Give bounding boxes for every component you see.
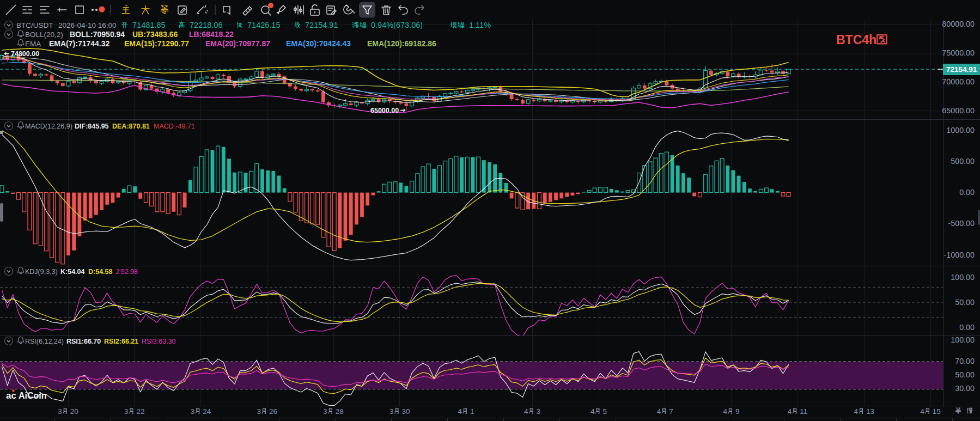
svg-text:MACD(12,26,9): MACD(12,26,9) [25, 123, 72, 130]
svg-text:80000.00: 80000.00 [942, 20, 975, 28]
svg-text:4: 4 [723, 407, 728, 416]
svg-text:72218.06: 72218.06 [190, 21, 222, 29]
svg-text:13: 13 [866, 407, 874, 416]
svg-text:1.11%: 1.11% [469, 21, 491, 29]
svg-text:3: 3 [389, 407, 394, 416]
svg-text:EMA(20):70977.87: EMA(20):70977.87 [205, 39, 270, 48]
svg-text:3: 3 [191, 407, 195, 416]
svg-text:4: 4 [854, 407, 859, 416]
svg-text:BOLL(20,2): BOLL(20,2) [25, 30, 63, 39]
svg-text:1000.00: 1000.00 [946, 126, 975, 135]
svg-text:BTC4h: BTC4h [836, 33, 876, 47]
svg-text:24: 24 [203, 407, 211, 416]
svg-text:BTC/USDT: BTC/USDT [16, 21, 53, 29]
svg-text:4: 4 [788, 407, 792, 416]
svg-text:3: 3 [124, 407, 129, 416]
svg-text:DIF:845.95: DIF:845.95 [75, 123, 109, 130]
svg-text:1: 1 [470, 407, 474, 416]
svg-text:9: 9 [735, 407, 740, 416]
svg-text:DEA:870.81: DEA:870.81 [112, 123, 150, 130]
svg-text:EMA(120):69182.86: EMA(120):69182.86 [367, 39, 436, 48]
svg-text:RSI(6,12,24): RSI(6,12,24) [25, 338, 64, 345]
svg-text:71481.85: 71481.85 [132, 21, 165, 29]
svg-text:71426.15: 71426.15 [247, 21, 280, 29]
svg-text:5: 5 [602, 407, 607, 416]
svg-text:22: 22 [137, 407, 145, 416]
svg-text:UB:73483.66: UB:73483.66 [132, 30, 178, 39]
svg-text:RSI2:66.21: RSI2:66.21 [104, 338, 138, 345]
svg-text:65000.00: 65000.00 [370, 107, 399, 114]
svg-text:3: 3 [58, 407, 62, 416]
svg-text:3: 3 [257, 407, 261, 416]
svg-text:4: 4 [657, 407, 661, 416]
svg-text:AiCoin: AiCoin [19, 391, 47, 400]
svg-text:65000.00: 65000.00 [942, 106, 975, 115]
svg-text:500.00: 500.00 [951, 157, 975, 166]
svg-text:30.00: 30.00 [955, 384, 975, 393]
svg-text:EMA(30):70424.43: EMA(30):70424.43 [286, 39, 351, 48]
svg-text:4: 4 [591, 407, 595, 416]
svg-text:4: 4 [458, 407, 462, 416]
svg-text:0.94%(673.06): 0.94%(673.06) [371, 21, 423, 29]
svg-text:100.00: 100.00 [951, 273, 975, 282]
svg-text:-1000.00: -1000.00 [944, 251, 975, 259]
svg-text:28: 28 [336, 407, 344, 416]
svg-text:EMA: EMA [25, 40, 41, 48]
svg-text:0.00: 0.00 [959, 188, 975, 197]
svg-text:0.00: 0.00 [959, 323, 975, 332]
svg-text:100.00: 100.00 [951, 335, 975, 344]
svg-text:J:52.98: J:52.98 [115, 268, 138, 276]
svg-text:26: 26 [269, 407, 277, 416]
svg-text:74800.00: 74800.00 [11, 50, 39, 58]
svg-text:30: 30 [402, 407, 410, 416]
svg-text:KDJ(9,3,3): KDJ(9,3,3) [25, 268, 58, 276]
svg-text:LB:68418.22: LB:68418.22 [189, 30, 234, 39]
svg-text:K:54.04: K:54.04 [60, 268, 85, 276]
svg-text:75000.00: 75000.00 [942, 48, 975, 57]
svg-text:ac: ac [6, 391, 16, 401]
svg-text:EMA(7):71744.32: EMA(7):71744.32 [49, 39, 109, 48]
svg-text:MACD:-49.71: MACD:-49.71 [154, 123, 195, 130]
svg-text:RSI3:63.30: RSI3:63.30 [142, 338, 176, 345]
svg-text:11: 11 [800, 407, 807, 416]
svg-text:15: 15 [933, 407, 941, 416]
svg-text:70000.00: 70000.00 [942, 77, 975, 86]
svg-text:2026-04-10 16:00: 2026-04-10 16:00 [58, 21, 117, 29]
svg-text:BOLL:70950.94: BOLL:70950.94 [70, 30, 125, 39]
svg-text:72154.91: 72154.91 [946, 65, 977, 74]
svg-text:7: 7 [669, 407, 673, 416]
svg-text:4: 4 [920, 407, 924, 416]
svg-text:50.00: 50.00 [955, 370, 975, 379]
svg-text:70.00: 70.00 [955, 357, 975, 365]
svg-text:3: 3 [323, 407, 327, 416]
svg-text:4: 4 [524, 407, 528, 416]
svg-text:RSI1:66.70: RSI1:66.70 [66, 338, 101, 345]
svg-text:50.00: 50.00 [955, 298, 975, 307]
svg-text:EMA(15):71290.77: EMA(15):71290.77 [124, 39, 189, 48]
svg-text:D:54.58: D:54.58 [88, 268, 113, 276]
svg-text:-500.00: -500.00 [948, 219, 975, 228]
svg-text:20: 20 [70, 407, 78, 416]
svg-text:3: 3 [537, 407, 541, 416]
svg-text:72154.91: 72154.91 [305, 21, 338, 29]
